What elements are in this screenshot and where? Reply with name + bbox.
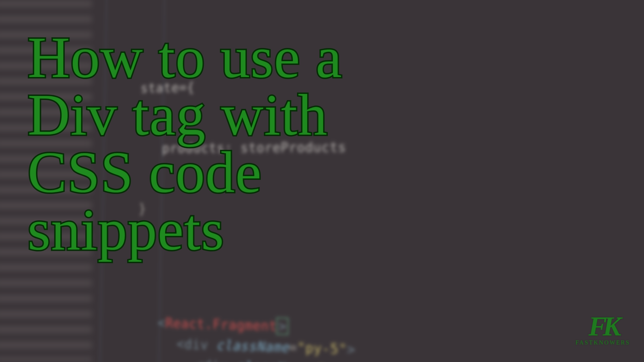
title-line: Div tag with bbox=[28, 86, 610, 144]
code-token: React.Fragment bbox=[165, 315, 277, 334]
code-token: > bbox=[347, 341, 356, 357]
code-token: <div bbox=[196, 357, 236, 362]
code-token: = bbox=[289, 340, 297, 356]
code-token: < bbox=[158, 315, 166, 331]
title-line: snippets bbox=[28, 201, 610, 259]
title-line: CSS code bbox=[28, 144, 610, 201]
watermark-initials: FK bbox=[576, 315, 630, 338]
watermark-name: FASTKNOWERS bbox=[576, 339, 630, 346]
code-token: <div bbox=[177, 336, 216, 353]
code-token: "py-5" bbox=[297, 340, 347, 357]
title-line: How to use a bbox=[28, 29, 610, 86]
code-token: className bbox=[216, 337, 289, 355]
code-token: > bbox=[277, 318, 288, 334]
article-title: How to use a Div tag with CSS code snipp… bbox=[28, 29, 610, 259]
watermark-logo: FK FASTKNOWERS bbox=[576, 315, 630, 346]
code-token: className bbox=[236, 359, 309, 362]
